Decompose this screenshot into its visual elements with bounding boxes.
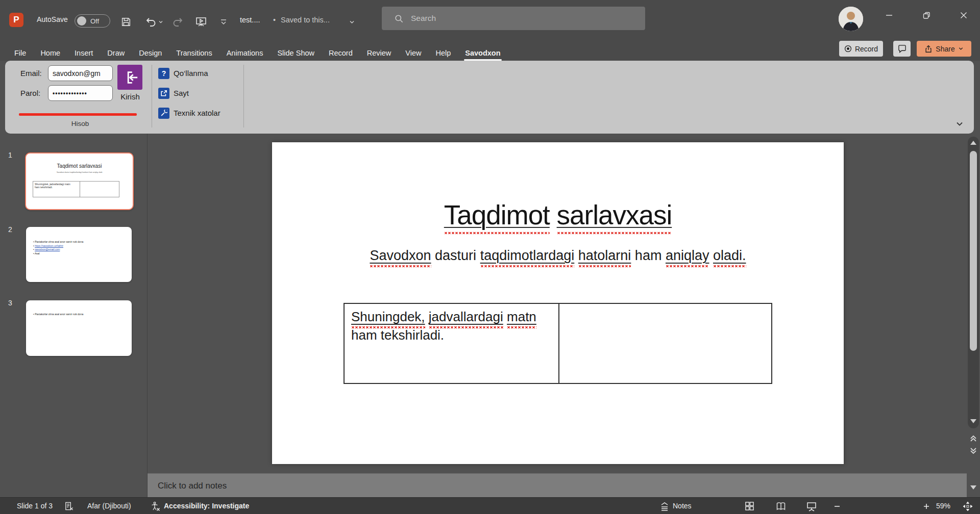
record-button[interactable]: Record xyxy=(839,41,883,57)
share-label: Share xyxy=(936,45,954,53)
external-link-icon xyxy=(158,88,169,99)
save-status[interactable]: Saved to this... xyxy=(281,16,330,24)
comments-button[interactable] xyxy=(893,41,911,57)
kirish-button[interactable] xyxy=(117,65,142,90)
save-icon[interactable] xyxy=(119,15,133,29)
zoom-out-icon[interactable] xyxy=(834,501,841,511)
slide-number: 3 xyxy=(5,299,15,307)
table-cell-text[interactable]: Shuningdek, jadvallardagi matn ham teksh… xyxy=(351,307,550,344)
slide-canvas[interactable]: Taqdimot sarlavxasi Savodxon dasturi taq… xyxy=(272,142,844,464)
parol-field[interactable] xyxy=(48,85,113,101)
ribbon-tabs: FileHomeInsertDrawDesignTransitionsAnima… xyxy=(7,45,508,61)
zoom-in-icon[interactable] xyxy=(923,501,930,511)
accessibility-icon[interactable] xyxy=(150,501,160,511)
thumb-table-divider xyxy=(80,182,80,197)
notes-toggle-icon[interactable] xyxy=(659,501,670,511)
qollanma-button[interactable]: Qo‘llanma xyxy=(174,68,208,79)
title-bar: P AutoSave Off xyxy=(0,0,980,61)
tab-animations[interactable]: Animations xyxy=(219,46,271,60)
collapse-ribbon-icon[interactable] xyxy=(953,118,966,130)
autosave-toggle[interactable]: Off xyxy=(75,14,110,28)
thumb-table-text: Shuningdek, jadvallardagi matn ham teksh… xyxy=(35,183,76,189)
autosave-label: AutoSave xyxy=(37,16,68,23)
saved-separator: • xyxy=(273,16,276,24)
language-indicator[interactable]: Afar (Djibouti) xyxy=(87,498,131,514)
wrench-icon xyxy=(158,108,169,119)
scrollbar-thumb[interactable] xyxy=(970,151,977,351)
zoom-level[interactable]: 59% xyxy=(936,498,950,514)
misspelled-word: Taqdimot xyxy=(444,200,550,234)
slide-thumbnail-1[interactable]: Taqdimot sarlavxasi Savodxon dasturi taq… xyxy=(25,152,134,210)
tab-help[interactable]: Help xyxy=(428,46,458,60)
tab-design[interactable]: Design xyxy=(132,46,169,60)
notes-toggle-label[interactable]: Notes xyxy=(673,498,692,514)
toggle-knob-icon xyxy=(77,16,86,25)
minimize-button[interactable] xyxy=(877,0,901,31)
tab-insert[interactable]: Insert xyxy=(67,46,100,60)
next-slide-icon[interactable] xyxy=(969,447,978,456)
slide-number: 2 xyxy=(5,225,15,234)
word: ham xyxy=(635,248,662,263)
view-sorter-icon[interactable] xyxy=(745,501,754,511)
misspelled-word: oladi. xyxy=(713,248,746,267)
user-avatar[interactable] xyxy=(839,7,863,31)
accessibility-status[interactable]: Accessibility: Investigate xyxy=(164,498,249,514)
notes-placeholder[interactable]: Click to add notes xyxy=(158,481,227,491)
start-slideshow-icon[interactable] xyxy=(194,15,208,29)
thumb-subtitle: Savodxon dasturi taqdimotlardagi hatolar… xyxy=(56,171,102,173)
document-title[interactable]: test.... xyxy=(240,16,260,24)
undo-dropdown-icon[interactable] xyxy=(157,15,164,29)
texnik-xatolar-button[interactable]: Texnik xatolar xyxy=(174,108,220,119)
filename-dropdown-icon[interactable] xyxy=(347,15,356,29)
share-icon xyxy=(924,45,933,53)
scroll-up-icon[interactable] xyxy=(970,141,976,145)
powerpoint-window: P AutoSave Off xyxy=(0,0,980,514)
previous-slide-icon[interactable] xyxy=(969,433,978,443)
tab-transitions[interactable]: Transitions xyxy=(169,46,219,60)
slide-title[interactable]: Taqdimot sarlavxasi xyxy=(272,199,844,230)
scroll-down-icon[interactable] xyxy=(970,419,976,423)
record-label: Record xyxy=(855,45,878,53)
misspelled-word: taqdimotlardagi xyxy=(480,248,575,267)
share-button[interactable]: Share xyxy=(917,41,971,57)
email-field[interactable] xyxy=(48,65,113,81)
notes-scroll-down-icon[interactable] xyxy=(970,485,976,490)
tab-draw[interactable]: Draw xyxy=(100,46,132,60)
notes-pane[interactable]: Click to add notes xyxy=(148,473,967,497)
autosave-state: Off xyxy=(90,17,99,25)
slide-subtitle[interactable]: Savodxon dasturi taqdimotlardagi hatolar… xyxy=(272,248,844,264)
thumb-bullets: • Paxtakorlar olma asal anor xamir nok d… xyxy=(33,313,129,317)
panel-splitter[interactable] xyxy=(147,134,148,497)
tab-view[interactable]: View xyxy=(398,46,428,60)
view-slideshow-icon[interactable] xyxy=(806,501,817,511)
ribbon-group-label: Hisob xyxy=(13,120,147,127)
word: ham xyxy=(351,327,377,343)
sayt-button[interactable]: Sayt xyxy=(174,88,189,99)
group-divider xyxy=(243,65,244,127)
redo-icon[interactable] xyxy=(171,15,184,29)
close-button[interactable] xyxy=(952,0,975,31)
spellcheck-icon[interactable] xyxy=(64,501,74,511)
slide-thumbnail-3[interactable]: • Paxtakorlar olma asal anor xamir nok d… xyxy=(26,300,132,356)
powerpoint-logo-icon[interactable]: P xyxy=(9,13,23,27)
search-input[interactable] xyxy=(410,13,626,23)
tab-slide-show[interactable]: Slide Show xyxy=(270,46,322,60)
slide-thumbnail-2[interactable]: • Paxtakorlar olma asal anor xamir nok d… xyxy=(26,227,132,282)
search-bar[interactable] xyxy=(382,7,645,30)
fit-to-window-icon[interactable] xyxy=(963,501,973,511)
slide-number: 1 xyxy=(5,151,15,159)
restore-button[interactable] xyxy=(915,0,938,31)
tab-savodxon[interactable]: Savodxon xyxy=(458,46,507,60)
slide-table[interactable]: Shuningdek, jadvallardagi matn ham teksh… xyxy=(344,303,772,384)
slide-counter[interactable]: Slide 1 of 3 xyxy=(17,498,53,514)
customize-toolbar-icon[interactable] xyxy=(218,15,229,29)
tab-record[interactable]: Record xyxy=(322,46,360,60)
tab-review[interactable]: Review xyxy=(360,46,399,60)
view-reading-icon[interactable] xyxy=(776,501,786,511)
search-icon xyxy=(394,14,404,23)
undo-icon[interactable] xyxy=(144,15,158,29)
word: tekshirladi. xyxy=(381,327,444,343)
tab-home[interactable]: Home xyxy=(33,46,67,60)
tab-file[interactable]: File xyxy=(7,46,33,60)
status-bar: Slide 1 of 3 Afar (Djibouti) Accessibili… xyxy=(0,497,980,514)
